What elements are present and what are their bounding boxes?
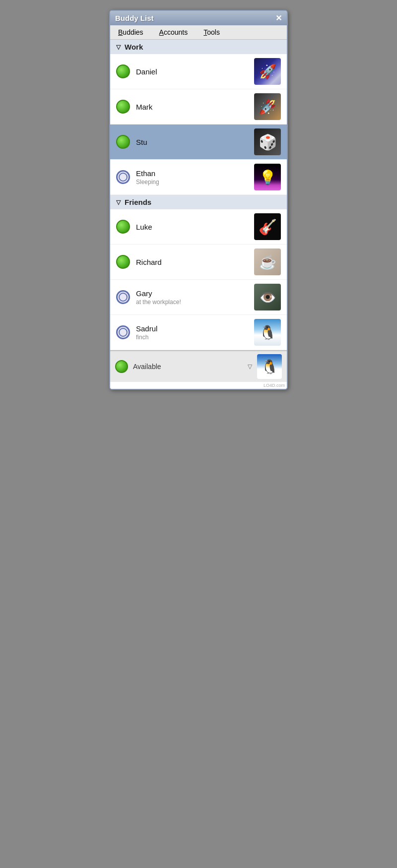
buddy-avatar-richard — [254, 248, 281, 275]
bottom-avatar — [257, 354, 282, 379]
buddy-name-gary: Gary — [136, 289, 248, 298]
buddy-info-mark: Mark — [136, 103, 248, 111]
buddy-avatar-daniel — [254, 58, 281, 85]
status-icon-stu — [116, 135, 130, 149]
watermark: LO4D.com — [110, 382, 287, 389]
buddy-name-sadrul: Sadrul — [136, 324, 248, 333]
buddy-status-text-gary: at the workplace! — [136, 299, 248, 306]
buddy-row-gary[interactable]: Gary at the workplace! — [110, 280, 287, 315]
buddy-name-mark: Mark — [136, 103, 248, 111]
buddy-info-stu: Stu — [136, 138, 248, 146]
buddy-name-luke: Luke — [136, 223, 248, 231]
buddy-name-richard: Richard — [136, 258, 248, 266]
buddy-avatar-mark — [254, 93, 281, 120]
menu-accounts[interactable]: Accounts — [157, 27, 190, 37]
close-button[interactable]: ✕ — [275, 14, 282, 22]
status-icon-richard — [116, 255, 130, 269]
buddy-info-daniel: Daniel — [136, 67, 248, 76]
title-bar: Buddy List ✕ — [110, 11, 287, 25]
group-header-friends[interactable]: ▽ Friends — [110, 195, 287, 209]
buddy-status-text-ethan: Sleeping — [136, 179, 248, 186]
status-icon-daniel — [116, 64, 130, 78]
status-icon-ethan — [116, 170, 130, 184]
status-icon-gary — [116, 290, 130, 304]
bottom-dropdown-button[interactable]: ▽ — [248, 363, 252, 370]
group-name-work: Work — [125, 43, 143, 51]
menu-bar: Buddies Accounts Tools — [110, 25, 287, 40]
bottom-status-text: Available — [133, 363, 243, 371]
buddy-avatar-ethan — [254, 164, 281, 190]
buddy-row-richard[interactable]: Richard — [110, 245, 287, 280]
status-icon-luke — [116, 220, 130, 234]
buddy-row-daniel[interactable]: Daniel — [110, 54, 287, 89]
buddy-avatar-gary — [254, 284, 281, 310]
menu-buddies[interactable]: Buddies — [116, 27, 145, 37]
buddy-name-daniel: Daniel — [136, 67, 248, 76]
buddy-row-stu[interactable]: Stu — [110, 124, 287, 160]
status-icon-mark — [116, 100, 130, 114]
buddy-name-ethan: Ethan — [136, 169, 248, 178]
buddy-list: ▽ Work Daniel Mark Stu — [110, 40, 287, 350]
buddy-row-ethan[interactable]: Ethan Sleeping — [110, 160, 287, 195]
status-icon-sadrul — [116, 325, 130, 339]
buddy-list-window: Buddy List ✕ Buddies Accounts Tools ▽ Wo… — [109, 10, 288, 390]
group-name-friends: Friends — [125, 198, 151, 206]
buddy-name-stu: Stu — [136, 138, 248, 146]
buddy-row-mark[interactable]: Mark — [110, 89, 287, 124]
collapse-triangle-work: ▽ — [116, 44, 121, 51]
buddy-info-sadrul: Sadrul finch — [136, 324, 248, 341]
menu-tools[interactable]: Tools — [201, 27, 222, 37]
collapse-triangle-friends: ▽ — [116, 199, 121, 206]
buddy-avatar-sadrul — [254, 319, 281, 346]
buddy-info-gary: Gary at the workplace! — [136, 289, 248, 306]
buddy-row-luke[interactable]: Luke — [110, 209, 287, 245]
buddy-avatar-stu — [254, 128, 281, 155]
buddy-status-text-sadrul: finch — [136, 334, 248, 341]
buddy-info-ethan: Ethan Sleeping — [136, 169, 248, 186]
group-header-work[interactable]: ▽ Work — [110, 40, 287, 54]
buddy-avatar-luke — [254, 213, 281, 240]
buddy-info-richard: Richard — [136, 258, 248, 266]
buddy-info-luke: Luke — [136, 223, 248, 231]
window-title: Buddy List — [115, 14, 154, 22]
bottom-bar[interactable]: Available ▽ — [110, 350, 287, 382]
bottom-status-icon — [115, 360, 128, 373]
buddy-row-sadrul[interactable]: Sadrul finch — [110, 315, 287, 350]
